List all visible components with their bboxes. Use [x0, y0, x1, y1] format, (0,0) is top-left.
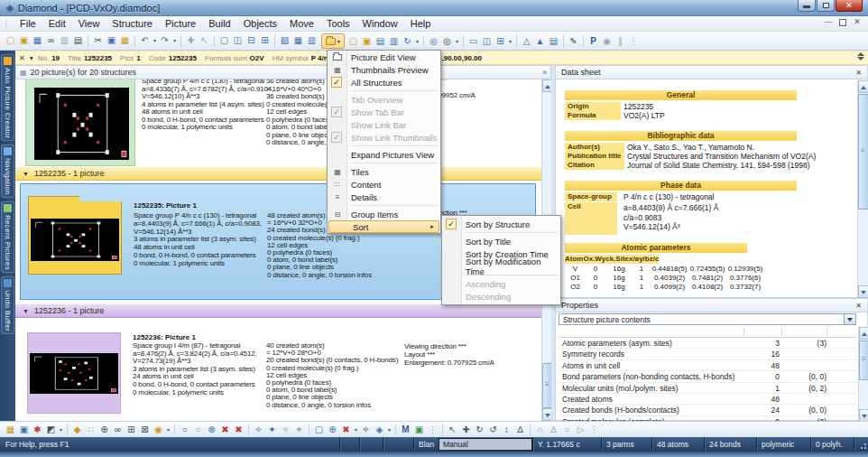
status-input-field[interactable]: Manual: [439, 438, 532, 451]
dropdown-arrow-icon[interactable]: ▾: [353, 423, 359, 437]
dropdown-arrow-icon[interactable]: ▾: [454, 34, 460, 49]
atom-design-icon[interactable]: ∷: [84, 423, 97, 437]
copy-structure-icon[interactable]: ▣: [17, 423, 31, 437]
create-bond-icon[interactable]: ✧: [252, 423, 265, 437]
toolbar-separator[interactable]: [134, 35, 135, 47]
menu-bar-item[interactable]: Build: [202, 17, 236, 30]
rotate-mode-icon[interactable]: ↻: [473, 423, 486, 437]
menu-item-details[interactable]: ≡Details: [328, 191, 440, 203]
dropdown-arrow-icon[interactable]: ▾: [165, 423, 171, 437]
atomic-table-row[interactable]: O1016g10.4039(2)0.7481(2)0.3776(6): [565, 274, 764, 283]
contact-icon[interactable]: ✦: [292, 423, 306, 437]
structure-field[interactable]: No.19: [38, 54, 60, 62]
menu-bar-item[interactable]: Objects: [237, 17, 283, 30]
menu-item-thumbnails-preview[interactable]: ▦Thumbnails Preview: [328, 63, 440, 76]
packing-icon[interactable]: ⊞: [125, 423, 138, 437]
chevron-more-icon[interactable]: »: [542, 68, 547, 77]
scroll-down-icon[interactable]: [859, 409, 868, 422]
sidebar-tab[interactable]: Undo Buffer: [1, 276, 14, 334]
scroll-down-icon[interactable]: [858, 285, 868, 298]
window-vertical-icon[interactable]: ⊞: [258, 33, 272, 48]
coordination-icon[interactable]: ⊗: [205, 423, 218, 437]
paste-icon[interactable]: ▦: [118, 33, 132, 48]
toolbar-separator[interactable]: [395, 424, 396, 435]
menu-bar-item[interactable]: Picture: [159, 17, 202, 30]
redo-icon[interactable]: ↷: [158, 33, 171, 48]
resize-grip-icon[interactable]: [854, 437, 868, 452]
pan-icon[interactable]: ✚: [184, 33, 198, 48]
window-tile-icon[interactable]: ◫: [231, 33, 245, 48]
window-cascade-icon[interactable]: ▢: [217, 33, 231, 48]
close-structure-icon[interactable]: ✕: [19, 54, 25, 62]
menu-bar-item[interactable]: Help: [404, 17, 438, 30]
mdi-minimize-icon[interactable]: [823, 17, 834, 26]
menu-bar-item[interactable]: Window: [356, 17, 404, 30]
collapse-triangle-icon[interactable]: ▼: [23, 171, 29, 177]
save-file-icon[interactable]: ▦: [31, 33, 44, 48]
build-wizard-icon[interactable]: ✱: [31, 423, 44, 437]
property-row[interactable]: Molecular units (mol./polym. sites)1(0, …: [559, 383, 856, 394]
menu-item-content[interactable]: ∷Content: [328, 178, 440, 191]
new-picture-icon[interactable]: ▢: [346, 34, 360, 49]
copy-picture-icon[interactable]: ▣: [360, 34, 374, 49]
picture-filter-icon[interactable]: ◩: [44, 423, 58, 437]
properties-scrollbar[interactable]: [858, 327, 868, 422]
minimize-button[interactable]: [798, 0, 816, 12]
close-button[interactable]: [836, 0, 863, 12]
chart-icon[interactable]: ▲: [533, 34, 547, 49]
toolbar-separator[interactable]: [214, 35, 215, 47]
contact-pattern2-icon[interactable]: ✖: [232, 423, 245, 437]
h-bond-icon[interactable]: ✧: [279, 423, 292, 437]
property-row[interactable]: Atoms in unit cell48: [559, 360, 856, 371]
zoom-tool-icon[interactable]: ↕: [500, 423, 513, 437]
structure-field[interactable]: Pics1: [120, 54, 141, 62]
data-sheet-scrollbar[interactable]: [857, 80, 868, 298]
toolbar-separator[interactable]: [583, 35, 584, 47]
toolbar-separator[interactable]: [423, 35, 424, 47]
structure-spinner[interactable]: [857, 52, 865, 64]
print-icon[interactable]: ▤: [71, 33, 85, 48]
menu-bar-item[interactable]: Edit: [42, 17, 72, 30]
pictures-view-menu-button[interactable]: ▾: [321, 33, 345, 49]
scrollbar-thumb[interactable]: [859, 340, 868, 380]
m-tool-icon[interactable]: M: [399, 423, 412, 437]
polyhedra-icon[interactable]: ◆: [70, 423, 84, 437]
datasheet-icon[interactable]: ▦: [4, 423, 17, 437]
video-icon[interactable]: ▣: [412, 423, 426, 437]
toolbar-separator[interactable]: [274, 35, 275, 47]
menu-item-sort[interactable]: Sort: [328, 220, 439, 233]
pointer-icon[interactable]: ↖: [446, 423, 459, 437]
history-icon[interactable]: ↻: [401, 34, 414, 49]
fill-cell-icon[interactable]: ◉: [152, 423, 165, 437]
menu-bar-item[interactable]: View: [72, 17, 106, 30]
fragment-icon[interactable]: ⊠: [138, 423, 152, 437]
find-icon[interactable]: ∞: [44, 33, 58, 48]
copy-icon[interactable]: ▣: [105, 33, 118, 48]
page-layout-icon[interactable]: ▭: [466, 34, 480, 49]
scrollbar-thumb[interactable]: [858, 94, 868, 210]
property-row[interactable]: Atomic parameters (asym. sites)3(3): [559, 338, 856, 349]
close-panel-icon[interactable]: [855, 302, 862, 310]
picture-list-icon[interactable]: ▤: [374, 34, 387, 49]
grip2-icon[interactable]: ⋮: [587, 423, 601, 437]
property-row[interactable]: Created bonds (H-bonds/contacts)24(0, 0): [559, 405, 856, 415]
toolbar-separator[interactable]: [88, 35, 88, 47]
dropdown-arrow-icon[interactable]: ▾: [386, 423, 392, 437]
orientation-icon[interactable]: ⊕: [326, 423, 339, 437]
collapse-triangle-icon[interactable]: ▼: [23, 308, 29, 314]
connect-atoms-icon[interactable]: ∞: [111, 423, 125, 437]
picture-entry[interactable]: 1252236: Picture 1 Space group I 4/m (87…: [20, 320, 536, 421]
record-icon[interactable]: ◉: [600, 34, 614, 49]
print-preview-icon[interactable]: ▥: [58, 33, 71, 48]
angle-measure-icon[interactable]: ∆: [547, 423, 560, 437]
restore-button[interactable]: [817, 0, 835, 12]
zoom-icon[interactable]: ◎: [427, 34, 440, 49]
close-panel-icon[interactable]: [855, 69, 862, 77]
expand-structure-icon[interactable]: ▾: [30, 54, 33, 62]
cell-edges-icon[interactable]: ▢: [312, 423, 326, 437]
sidebar-tab[interactable]: Navigation: [1, 145, 14, 198]
mdi-close-icon[interactable]: [852, 17, 863, 26]
pause-icon[interactable]: ∥: [614, 34, 627, 49]
menu-item-sort-by-structure[interactable]: Sort by Structure: [442, 218, 560, 230]
overflow-grip-icon[interactable]: ⋮: [627, 34, 641, 49]
